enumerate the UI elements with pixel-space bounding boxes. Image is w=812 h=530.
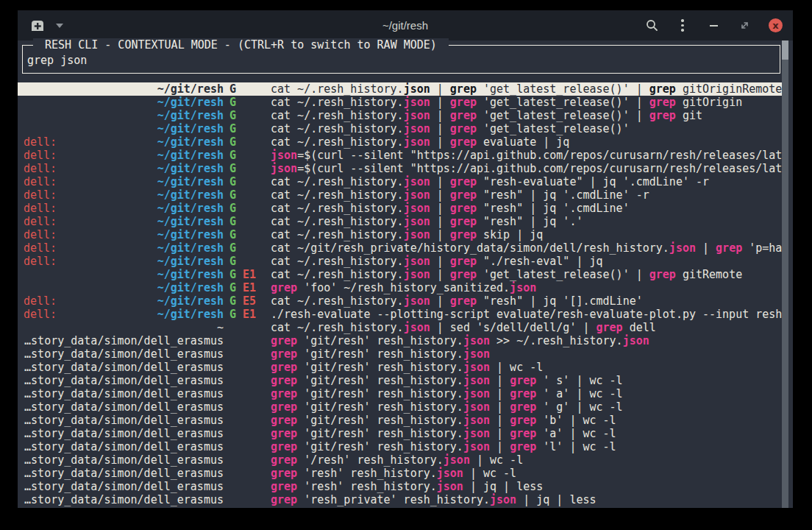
command-text: grep 'git/resh' resh_history.json >> ~/.…	[263, 334, 782, 347]
history-row[interactable]: dell:~/git/reshG E5cat ~/.resh_history.j…	[18, 294, 782, 308]
flags-cell: G E1	[224, 308, 263, 321]
history-row[interactable]: …story_data/simon/dell_erasmusgrep 'git/…	[18, 374, 782, 387]
terminal-content[interactable]: RESH CLI - CONTEXTUAL MODE - (CTRL+R to …	[18, 40, 793, 508]
history-row[interactable]: ~/git/reshGcat ~/.resh_history.json | gr…	[18, 109, 782, 122]
history-row[interactable]: dell:~/git/reshGcat ~/.resh_history.json…	[18, 202, 782, 215]
host-path-cell: …story_data/simon/dell_erasmus	[24, 440, 224, 453]
command-text: json=$(curl --silent "https://api.github…	[263, 162, 782, 175]
flags-cell: G E1	[224, 281, 263, 294]
git-flag: G	[229, 162, 236, 175]
tab-dropdown-icon[interactable]	[56, 24, 63, 28]
history-row[interactable]: ~/git/reshG E1cat ~/.resh_history.json |…	[18, 268, 782, 281]
flags-cell: G	[224, 149, 263, 162]
history-row[interactable]: dell:~/git/reshGcat ~/.resh_history.json…	[18, 255, 782, 268]
host-path-cell: ~/git/resh	[24, 109, 224, 122]
history-row[interactable]: ~/git/reshGcat ~/.resh_history.json | gr…	[18, 82, 782, 96]
flags-cell: G	[224, 255, 263, 268]
path-label: …story_data/simon/dell_erasmus	[24, 361, 224, 374]
flags-cell	[224, 361, 263, 374]
history-row[interactable]: dell:~/git/reshGcat ~/git/resh_private/h…	[18, 241, 782, 255]
close-button[interactable]: x	[769, 18, 783, 32]
git-flag: G	[229, 241, 236, 255]
host-path-cell: dell:~/git/resh	[24, 294, 224, 308]
host-path-cell: …story_data/simon/dell_erasmus	[24, 334, 224, 347]
menu-kebab-icon[interactable]	[676, 19, 689, 32]
path-label: ~/git/resh	[157, 228, 224, 241]
host-label: dell:	[24, 228, 57, 241]
command-text: grep 'git/resh' resh_history.json | grep…	[263, 387, 782, 400]
path-label: …story_data/simon/dell_erasmus	[24, 374, 224, 387]
git-flag: G	[229, 135, 236, 149]
history-row[interactable]: dell:~/git/reshGcat ~/.resh_history.json…	[18, 135, 782, 149]
path-label: ~/git/resh	[157, 268, 224, 281]
git-flag: G	[229, 109, 236, 122]
command-text: cat ~/.resh_history.json | grep 'get_lat…	[263, 109, 782, 122]
scrollbar[interactable]	[782, 40, 788, 508]
history-row[interactable]: …story_data/simon/dell_erasmusgrep 'git/…	[18, 361, 782, 374]
history-row[interactable]: ~/git/reshGcat ~/.resh_history.json | gr…	[18, 96, 782, 109]
host-path-cell: dell:~/git/resh	[24, 162, 224, 175]
history-row[interactable]: …story_data/simon/dell_erasmusgrep 'git/…	[18, 427, 782, 440]
flags-cell: G	[224, 241, 263, 255]
git-flag: G	[229, 255, 236, 268]
host-path-cell: ~/git/resh	[24, 281, 224, 294]
command-text: cat ~/.resh_history.json | sed 's/dell/d…	[263, 321, 782, 334]
titlebar: ~/git/resh x	[18, 10, 793, 40]
host-path-cell: …story_data/simon/dell_erasmus	[24, 414, 224, 427]
history-row[interactable]: dell:~/git/reshGjson=$(curl --silent "ht…	[18, 162, 782, 175]
host-label: dell:	[24, 149, 57, 162]
history-row[interactable]: …story_data/simon/dell_erasmusgrep '/res…	[18, 453, 782, 467]
host-path-cell: dell:~/git/resh	[24, 255, 224, 268]
history-row[interactable]: …story_data/simon/dell_erasmusgrep 'git/…	[18, 400, 782, 414]
history-row[interactable]: dell:~/git/reshGcat ~/.resh_history.json…	[18, 175, 782, 188]
history-row[interactable]: ~/git/reshGcat ~/.resh_history.json | gr…	[18, 122, 782, 135]
command-text: grep 'git/resh' resh_history.json | grep…	[263, 440, 782, 453]
close-icon: x	[772, 20, 778, 31]
new-tab-button[interactable]	[29, 18, 47, 32]
host-path-cell: …story_data/simon/dell_erasmus	[24, 480, 224, 493]
history-row[interactable]: …story_data/simon/dell_erasmusgrep 'resh…	[18, 493, 782, 506]
host-label: dell:	[24, 135, 57, 149]
history-row[interactable]: …story_data/simon/dell_erasmusgrep 'git/…	[18, 440, 782, 453]
git-flag: G	[229, 281, 236, 294]
history-row[interactable]: dell:~/git/reshGjson=$(curl --silent "ht…	[18, 149, 782, 162]
history-row[interactable]: dell:~/git/reshGcat ~/.resh_history.json…	[18, 188, 782, 202]
command-text: cat ~/git/resh_private/history_data/simo…	[263, 241, 782, 255]
path-label: ~/git/resh	[157, 281, 224, 294]
git-flag: G	[229, 149, 236, 162]
flags-cell	[224, 427, 263, 440]
history-row[interactable]: …story_data/simon/dell_erasmusgrep 'git/…	[18, 387, 782, 400]
host-path-cell: …story_data/simon/dell_erasmus	[24, 467, 224, 480]
flags-cell	[224, 480, 263, 493]
history-row[interactable]: …story_data/simon/dell_erasmusgrep 'resh…	[18, 480, 782, 493]
scrollbar-thumb[interactable]	[782, 40, 788, 60]
history-row[interactable]: …story_data/simon/dell_erasmusgrep 'git/…	[18, 334, 782, 347]
host-path-cell: dell:~/git/resh	[24, 202, 224, 215]
command-text: grep 'resh_private' resh_history.json | …	[263, 493, 782, 506]
host-path-cell: …story_data/simon/dell_erasmus	[24, 400, 224, 414]
history-row[interactable]: …story_data/simon/dell_erasmusgrep 'git/…	[18, 414, 782, 427]
flags-cell: G	[224, 109, 263, 122]
history-row[interactable]: ~/git/reshG E1grep 'foo' ~/resh_history_…	[18, 281, 782, 294]
command-text: json=$(curl --silent "https://api.github…	[263, 149, 782, 162]
history-row[interactable]: ~cat ~/.resh_history.json | sed 's/dell/…	[18, 321, 782, 334]
path-label: …story_data/simon/dell_erasmus	[24, 480, 224, 493]
search-icon[interactable]	[645, 19, 658, 32]
history-row[interactable]: dell:~/git/reshGcat ~/.resh_history.json…	[18, 215, 782, 228]
history-row[interactable]: dell:~/git/reshGcat ~/.resh_history.json…	[18, 228, 782, 241]
new-tab-icon	[29, 18, 47, 32]
path-label: …story_data/simon/dell_erasmus	[24, 334, 224, 347]
git-flag: G	[229, 294, 236, 308]
exit-code-flag: E1	[236, 308, 256, 321]
history-row[interactable]: …story_data/simon/dell_erasmusgrep 'git/…	[18, 347, 782, 361]
search-query-input[interactable]: grep json	[27, 54, 87, 67]
git-flag: G	[229, 82, 236, 96]
path-label: ~/git/resh	[157, 162, 224, 175]
history-row[interactable]: …story_data/simon/dell_erasmusgrep 'resh…	[18, 467, 782, 480]
git-flag: G	[229, 228, 236, 241]
path-label: ~/git/resh	[157, 175, 224, 188]
flags-cell	[224, 334, 263, 347]
history-row[interactable]: dell:~/git/reshG E1./resh-evaluate --plo…	[18, 308, 782, 321]
restore-button[interactable]	[738, 19, 751, 32]
minimize-button[interactable]	[707, 19, 720, 32]
